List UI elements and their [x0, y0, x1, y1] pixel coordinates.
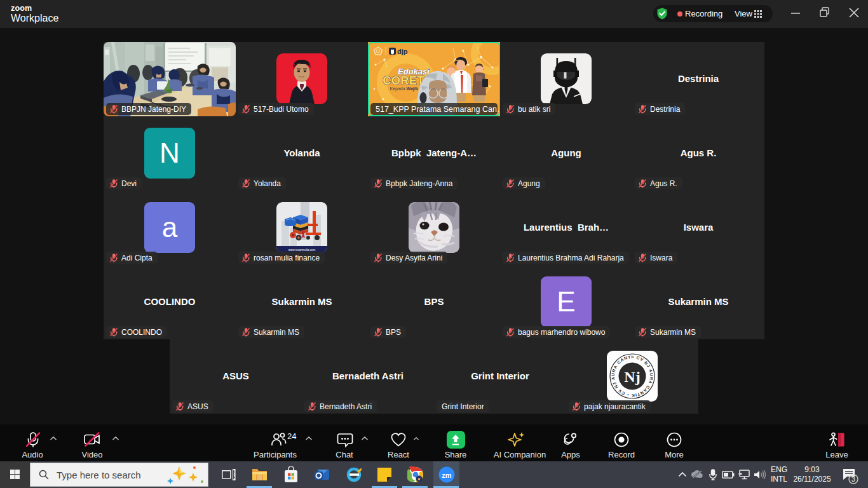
svg-text:3: 3 [851, 475, 855, 483]
svg-text:Nj: Nj [624, 369, 640, 385]
svg-text:www.rosanmulia.com: www.rosanmulia.com [288, 248, 316, 252]
svg-text:zm: zm [442, 471, 452, 479]
